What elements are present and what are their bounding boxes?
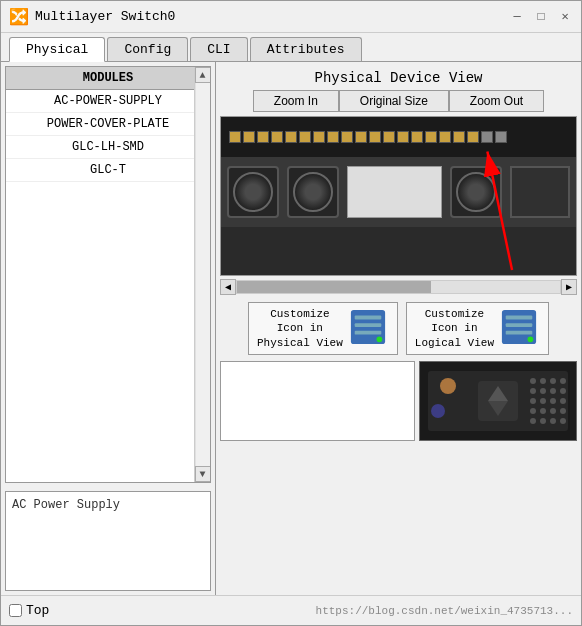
mini-device-inner <box>420 362 576 440</box>
scroll-up-arrow[interactable]: ▲ <box>195 67 211 83</box>
svg-point-19 <box>530 378 536 384</box>
port-10 <box>355 131 367 143</box>
tabs-bar: Physical Config CLI Attributes <box>1 33 581 62</box>
description-box: AC Power Supply <box>5 491 211 591</box>
port-6 <box>299 131 311 143</box>
title-bar: 🔀 Multilayer Switch0 — □ ✕ <box>1 1 581 33</box>
original-size-button[interactable]: Original Size <box>339 90 449 112</box>
close-button[interactable]: ✕ <box>557 9 573 25</box>
zoom-in-button[interactable]: Zoom In <box>253 90 339 112</box>
zoom-out-button[interactable]: Zoom Out <box>449 90 544 112</box>
scroll-right-arrow[interactable]: ▶ <box>561 279 577 295</box>
svg-point-20 <box>540 378 546 384</box>
bottom-bar: Top https://blog.csdn.net/weixin_4735713… <box>1 595 581 625</box>
module-item-1[interactable]: POWER-COVER-PLATE <box>6 113 210 136</box>
svg-point-14 <box>440 378 456 394</box>
maximize-button[interactable]: □ <box>533 9 549 25</box>
tab-attributes[interactable]: Attributes <box>250 37 362 61</box>
port-16 <box>439 131 451 143</box>
mini-device-svg <box>423 366 573 436</box>
modules-header: MODULES <box>6 67 210 90</box>
customize-physical-text: CustomizeIcon inPhysical View <box>257 307 343 350</box>
port-7 <box>313 131 325 143</box>
svg-point-38 <box>560 418 566 424</box>
fan-unit-middle <box>287 166 339 218</box>
module-item-3[interactable]: GLC-T <box>6 159 210 182</box>
device-top-strip <box>221 117 576 157</box>
mini-device-view <box>419 361 577 441</box>
modules-list-inner: MODULES AC-POWER-SUPPLY POWER-COVER-PLAT… <box>6 67 210 482</box>
tab-physical[interactable]: Physical <box>9 37 105 62</box>
mini-description <box>220 361 415 441</box>
port-19 <box>481 131 493 143</box>
fan-circle-middle <box>293 172 333 212</box>
scroll-down-arrow[interactable]: ▼ <box>195 466 211 482</box>
svg-point-30 <box>560 398 566 404</box>
tab-cli[interactable]: CLI <box>190 37 247 61</box>
customize-row: CustomizeIcon inPhysical View CustomizeI… <box>220 302 577 355</box>
port-17 <box>453 131 465 143</box>
svg-point-23 <box>530 388 536 394</box>
module-item-0[interactable]: AC-POWER-SUPPLY <box>6 90 210 113</box>
bottom-content-row <box>220 361 577 441</box>
svg-rect-8 <box>506 316 533 320</box>
port-14 <box>411 131 423 143</box>
port-11 <box>369 131 381 143</box>
title-bar-left: 🔀 Multilayer Switch0 <box>9 7 175 27</box>
port-row <box>229 131 507 143</box>
horizontal-scrollbar: ◀ ▶ <box>220 278 577 296</box>
fan-circle-left <box>233 172 273 212</box>
svg-rect-4 <box>354 324 381 328</box>
svg-point-37 <box>550 418 556 424</box>
port-12 <box>383 131 395 143</box>
modules-list: MODULES AC-POWER-SUPPLY POWER-COVER-PLAT… <box>5 66 211 483</box>
svg-rect-9 <box>506 324 533 328</box>
physical-view-title: Physical Device View <box>220 66 577 90</box>
customize-logical-text: CustomizeIcon inLogical View <box>415 307 494 350</box>
port-4 <box>271 131 283 143</box>
modules-scrollbar: ▲ ▼ <box>194 67 210 482</box>
power-unit <box>510 166 570 218</box>
tab-config[interactable]: Config <box>107 37 188 61</box>
top-checkbox[interactable] <box>9 604 22 617</box>
svg-point-22 <box>560 378 566 384</box>
port-9 <box>341 131 353 143</box>
svg-point-34 <box>560 408 566 414</box>
module-item-2[interactable]: GLC-LH-SMD <box>6 136 210 159</box>
minimize-button[interactable]: — <box>509 9 525 25</box>
svg-point-26 <box>560 388 566 394</box>
device-main-row <box>221 157 576 227</box>
svg-point-25 <box>550 388 556 394</box>
physical-icon <box>349 308 389 348</box>
description-text: AC Power Supply <box>12 498 120 512</box>
svg-point-29 <box>550 398 556 404</box>
port-13 <box>397 131 409 143</box>
scroll-h-thumb <box>237 281 431 293</box>
svg-point-32 <box>540 408 546 414</box>
top-label[interactable]: Top <box>26 603 49 618</box>
customize-logical-box[interactable]: CustomizeIcon inLogical View <box>406 302 549 355</box>
svg-point-21 <box>550 378 556 384</box>
scroll-h-track[interactable] <box>236 280 561 294</box>
device-middle-section <box>347 166 442 218</box>
port-18 <box>467 131 479 143</box>
fan-unit-left <box>227 166 279 218</box>
top-checkbox-row: Top <box>9 603 49 618</box>
svg-point-33 <box>550 408 556 414</box>
scroll-left-arrow[interactable]: ◀ <box>220 279 236 295</box>
scroll-track <box>196 83 210 466</box>
svg-point-6 <box>376 337 382 343</box>
svg-point-15 <box>431 404 445 418</box>
port-5 <box>285 131 297 143</box>
device-view <box>220 116 577 276</box>
app-icon: 🔀 <box>9 7 29 27</box>
port-3 <box>257 131 269 143</box>
svg-rect-3 <box>354 316 381 320</box>
logical-icon <box>500 308 540 348</box>
port-15 <box>425 131 437 143</box>
port-2 <box>243 131 255 143</box>
main-content: MODULES AC-POWER-SUPPLY POWER-COVER-PLAT… <box>1 62 581 595</box>
port-1 <box>229 131 241 143</box>
zoom-bar: Zoom In Original Size Zoom Out <box>220 90 577 112</box>
customize-physical-box[interactable]: CustomizeIcon inPhysical View <box>248 302 398 355</box>
